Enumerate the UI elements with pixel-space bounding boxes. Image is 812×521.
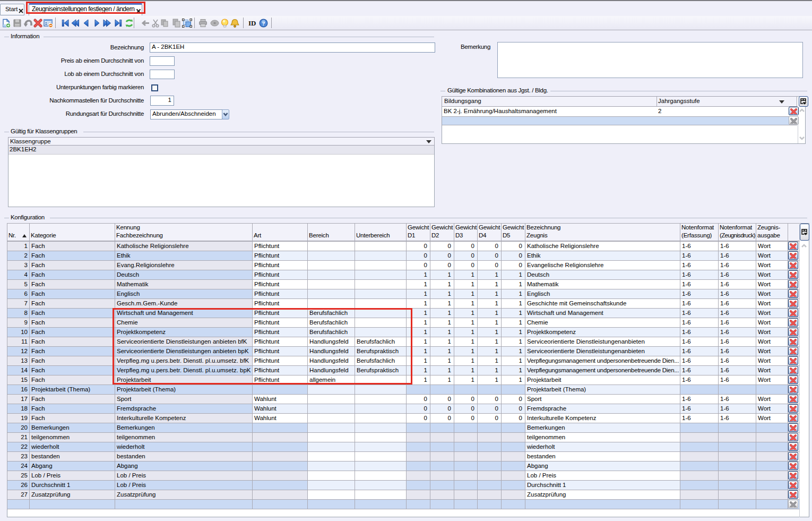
svg-text:?: ? [262,20,265,27]
